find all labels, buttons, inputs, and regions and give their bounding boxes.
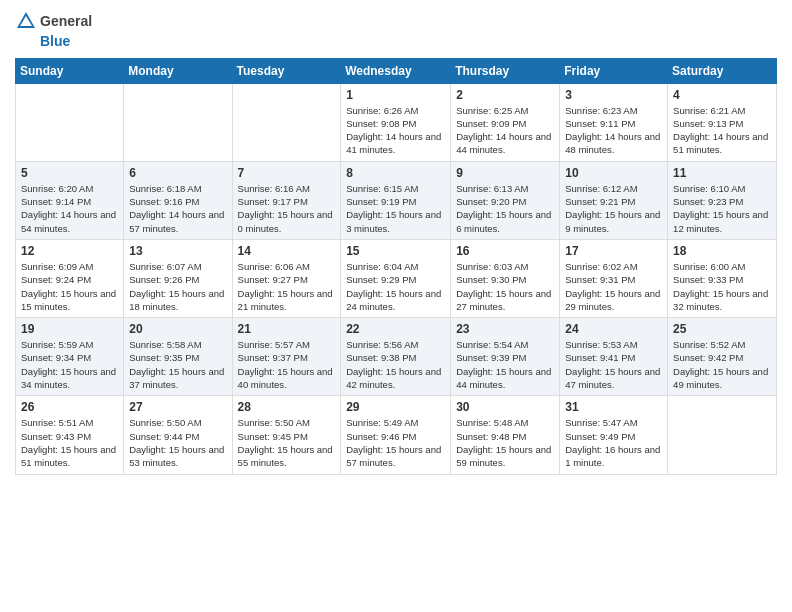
day-number: 12 xyxy=(21,244,118,258)
calendar-cell: 28Sunrise: 5:50 AMSunset: 9:45 PMDayligh… xyxy=(232,396,341,474)
day-number: 10 xyxy=(565,166,662,180)
calendar-week-row: 26Sunrise: 5:51 AMSunset: 9:43 PMDayligh… xyxy=(16,396,777,474)
day-number: 1 xyxy=(346,88,445,102)
weekday-header-friday: Friday xyxy=(560,58,668,83)
calendar-cell: 29Sunrise: 5:49 AMSunset: 9:46 PMDayligh… xyxy=(341,396,451,474)
logo-general-text: General xyxy=(40,13,92,29)
day-number: 22 xyxy=(346,322,445,336)
day-info: Sunrise: 6:09 AMSunset: 9:24 PMDaylight:… xyxy=(21,260,118,313)
day-info: Sunrise: 6:07 AMSunset: 9:26 PMDaylight:… xyxy=(129,260,226,313)
day-info: Sunrise: 6:10 AMSunset: 9:23 PMDaylight:… xyxy=(673,182,771,235)
day-number: 26 xyxy=(21,400,118,414)
logo-blue-text: Blue xyxy=(40,33,70,49)
day-info: Sunrise: 5:58 AMSunset: 9:35 PMDaylight:… xyxy=(129,338,226,391)
day-info: Sunrise: 5:51 AMSunset: 9:43 PMDaylight:… xyxy=(21,416,118,469)
logo: General Blue xyxy=(15,10,92,50)
day-info: Sunrise: 6:00 AMSunset: 9:33 PMDaylight:… xyxy=(673,260,771,313)
day-number: 7 xyxy=(238,166,336,180)
weekday-header-thursday: Thursday xyxy=(451,58,560,83)
day-number: 15 xyxy=(346,244,445,258)
calendar-cell: 10Sunrise: 6:12 AMSunset: 9:21 PMDayligh… xyxy=(560,161,668,239)
calendar-week-row: 1Sunrise: 6:26 AMSunset: 9:08 PMDaylight… xyxy=(16,83,777,161)
calendar-cell xyxy=(124,83,232,161)
calendar-cell: 27Sunrise: 5:50 AMSunset: 9:44 PMDayligh… xyxy=(124,396,232,474)
day-info: Sunrise: 5:47 AMSunset: 9:49 PMDaylight:… xyxy=(565,416,662,469)
weekday-header-row: SundayMondayTuesdayWednesdayThursdayFrid… xyxy=(16,58,777,83)
calendar-cell: 8Sunrise: 6:15 AMSunset: 9:19 PMDaylight… xyxy=(341,161,451,239)
weekday-header-saturday: Saturday xyxy=(668,58,777,83)
day-info: Sunrise: 6:23 AMSunset: 9:11 PMDaylight:… xyxy=(565,104,662,157)
calendar-cell: 26Sunrise: 5:51 AMSunset: 9:43 PMDayligh… xyxy=(16,396,124,474)
day-number: 16 xyxy=(456,244,554,258)
calendar-cell: 30Sunrise: 5:48 AMSunset: 9:48 PMDayligh… xyxy=(451,396,560,474)
calendar-cell xyxy=(668,396,777,474)
calendar-week-row: 12Sunrise: 6:09 AMSunset: 9:24 PMDayligh… xyxy=(16,239,777,317)
day-number: 11 xyxy=(673,166,771,180)
calendar-cell: 6Sunrise: 6:18 AMSunset: 9:16 PMDaylight… xyxy=(124,161,232,239)
calendar-cell xyxy=(232,83,341,161)
calendar-cell: 25Sunrise: 5:52 AMSunset: 9:42 PMDayligh… xyxy=(668,318,777,396)
day-info: Sunrise: 5:59 AMSunset: 9:34 PMDaylight:… xyxy=(21,338,118,391)
day-number: 24 xyxy=(565,322,662,336)
day-number: 19 xyxy=(21,322,118,336)
day-info: Sunrise: 6:25 AMSunset: 9:09 PMDaylight:… xyxy=(456,104,554,157)
calendar-cell: 24Sunrise: 5:53 AMSunset: 9:41 PMDayligh… xyxy=(560,318,668,396)
calendar-cell: 15Sunrise: 6:04 AMSunset: 9:29 PMDayligh… xyxy=(341,239,451,317)
day-number: 21 xyxy=(238,322,336,336)
calendar-cell: 12Sunrise: 6:09 AMSunset: 9:24 PMDayligh… xyxy=(16,239,124,317)
day-number: 31 xyxy=(565,400,662,414)
weekday-header-monday: Monday xyxy=(124,58,232,83)
day-number: 25 xyxy=(673,322,771,336)
calendar-cell: 21Sunrise: 5:57 AMSunset: 9:37 PMDayligh… xyxy=(232,318,341,396)
logo-container: General Blue xyxy=(15,10,92,50)
day-info: Sunrise: 6:04 AMSunset: 9:29 PMDaylight:… xyxy=(346,260,445,313)
calendar-cell: 17Sunrise: 6:02 AMSunset: 9:31 PMDayligh… xyxy=(560,239,668,317)
logo-triangle-icon xyxy=(15,10,37,32)
calendar-week-row: 19Sunrise: 5:59 AMSunset: 9:34 PMDayligh… xyxy=(16,318,777,396)
day-number: 6 xyxy=(129,166,226,180)
day-number: 8 xyxy=(346,166,445,180)
calendar-cell: 7Sunrise: 6:16 AMSunset: 9:17 PMDaylight… xyxy=(232,161,341,239)
day-number: 23 xyxy=(456,322,554,336)
day-number: 20 xyxy=(129,322,226,336)
day-info: Sunrise: 6:21 AMSunset: 9:13 PMDaylight:… xyxy=(673,104,771,157)
weekday-header-wednesday: Wednesday xyxy=(341,58,451,83)
day-info: Sunrise: 5:53 AMSunset: 9:41 PMDaylight:… xyxy=(565,338,662,391)
calendar-cell: 22Sunrise: 5:56 AMSunset: 9:38 PMDayligh… xyxy=(341,318,451,396)
calendar-cell: 4Sunrise: 6:21 AMSunset: 9:13 PMDaylight… xyxy=(668,83,777,161)
day-info: Sunrise: 6:20 AMSunset: 9:14 PMDaylight:… xyxy=(21,182,118,235)
calendar-cell: 9Sunrise: 6:13 AMSunset: 9:20 PMDaylight… xyxy=(451,161,560,239)
day-info: Sunrise: 5:52 AMSunset: 9:42 PMDaylight:… xyxy=(673,338,771,391)
calendar-cell: 23Sunrise: 5:54 AMSunset: 9:39 PMDayligh… xyxy=(451,318,560,396)
day-info: Sunrise: 5:48 AMSunset: 9:48 PMDaylight:… xyxy=(456,416,554,469)
day-number: 30 xyxy=(456,400,554,414)
calendar-cell: 11Sunrise: 6:10 AMSunset: 9:23 PMDayligh… xyxy=(668,161,777,239)
calendar-cell: 2Sunrise: 6:25 AMSunset: 9:09 PMDaylight… xyxy=(451,83,560,161)
day-info: Sunrise: 6:13 AMSunset: 9:20 PMDaylight:… xyxy=(456,182,554,235)
day-info: Sunrise: 6:12 AMSunset: 9:21 PMDaylight:… xyxy=(565,182,662,235)
calendar-cell: 16Sunrise: 6:03 AMSunset: 9:30 PMDayligh… xyxy=(451,239,560,317)
header: General Blue xyxy=(15,10,777,50)
day-number: 2 xyxy=(456,88,554,102)
day-info: Sunrise: 6:15 AMSunset: 9:19 PMDaylight:… xyxy=(346,182,445,235)
calendar-cell: 1Sunrise: 6:26 AMSunset: 9:08 PMDaylight… xyxy=(341,83,451,161)
day-number: 14 xyxy=(238,244,336,258)
weekday-header-tuesday: Tuesday xyxy=(232,58,341,83)
day-info: Sunrise: 5:50 AMSunset: 9:45 PMDaylight:… xyxy=(238,416,336,469)
day-info: Sunrise: 5:57 AMSunset: 9:37 PMDaylight:… xyxy=(238,338,336,391)
calendar-cell: 5Sunrise: 6:20 AMSunset: 9:14 PMDaylight… xyxy=(16,161,124,239)
day-info: Sunrise: 5:56 AMSunset: 9:38 PMDaylight:… xyxy=(346,338,445,391)
day-number: 29 xyxy=(346,400,445,414)
day-number: 13 xyxy=(129,244,226,258)
day-info: Sunrise: 5:54 AMSunset: 9:39 PMDaylight:… xyxy=(456,338,554,391)
calendar-cell: 20Sunrise: 5:58 AMSunset: 9:35 PMDayligh… xyxy=(124,318,232,396)
day-number: 4 xyxy=(673,88,771,102)
calendar-cell: 3Sunrise: 6:23 AMSunset: 9:11 PMDaylight… xyxy=(560,83,668,161)
day-number: 5 xyxy=(21,166,118,180)
day-info: Sunrise: 6:03 AMSunset: 9:30 PMDaylight:… xyxy=(456,260,554,313)
day-info: Sunrise: 6:02 AMSunset: 9:31 PMDaylight:… xyxy=(565,260,662,313)
day-number: 18 xyxy=(673,244,771,258)
calendar-cell: 19Sunrise: 5:59 AMSunset: 9:34 PMDayligh… xyxy=(16,318,124,396)
day-info: Sunrise: 6:06 AMSunset: 9:27 PMDaylight:… xyxy=(238,260,336,313)
calendar-table: SundayMondayTuesdayWednesdayThursdayFrid… xyxy=(15,58,777,475)
